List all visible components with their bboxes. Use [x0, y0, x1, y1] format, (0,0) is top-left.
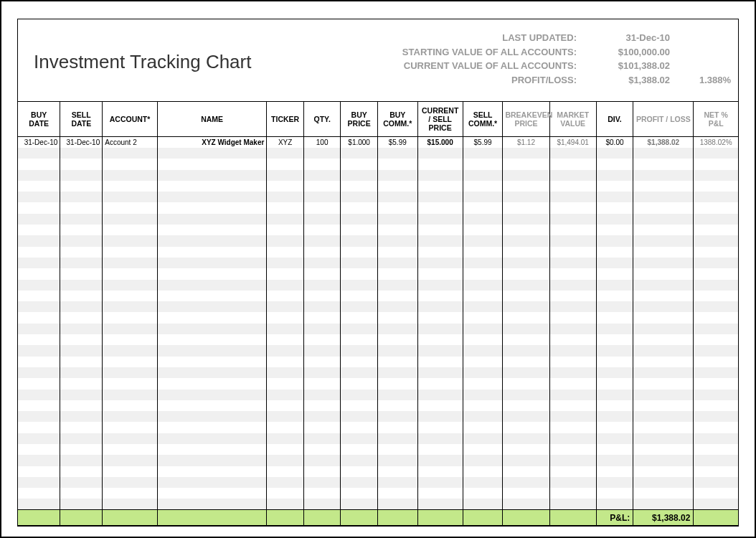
- cell-net_pct_pl[interactable]: [694, 280, 738, 291]
- cell-current_sell_price[interactable]: [417, 390, 463, 400]
- cell-buy_price[interactable]: [341, 422, 378, 433]
- cell-current_sell_price[interactable]: [417, 235, 463, 246]
- cell-net_pct_pl[interactable]: [694, 433, 738, 444]
- cell-profit_loss[interactable]: [633, 202, 694, 213]
- cell-buy_date[interactable]: [18, 378, 60, 389]
- cell-account[interactable]: [103, 411, 158, 422]
- cell-buy_price[interactable]: [341, 433, 378, 444]
- cell-buy_date[interactable]: [18, 280, 60, 291]
- cell-name[interactable]: [157, 477, 266, 488]
- cell-breakeven_price[interactable]: [503, 455, 549, 466]
- cell-ticker[interactable]: [267, 411, 304, 422]
- cell-sell_date[interactable]: [60, 390, 103, 400]
- cell-name[interactable]: [157, 268, 266, 279]
- cell-ticker[interactable]: XYZ: [267, 137, 304, 148]
- table-row[interactable]: [18, 357, 738, 367]
- cell-sell_date[interactable]: [60, 148, 103, 159]
- cell-ticker[interactable]: [267, 247, 304, 258]
- cell-ticker[interactable]: [267, 258, 304, 268]
- cell-name[interactable]: [157, 488, 266, 499]
- cell-profit_loss[interactable]: [633, 324, 694, 334]
- cell-account[interactable]: [103, 477, 158, 488]
- table-row[interactable]: [18, 235, 738, 246]
- cell-qty[interactable]: [303, 181, 341, 192]
- cell-buy_comm[interactable]: [377, 400, 417, 411]
- cell-ticker[interactable]: [267, 181, 304, 192]
- cell-sell_date[interactable]: [60, 324, 103, 334]
- cell-account[interactable]: [103, 312, 158, 323]
- table-row[interactable]: [18, 455, 738, 466]
- cell-profit_loss[interactable]: [633, 411, 694, 422]
- cell-qty[interactable]: [303, 357, 341, 367]
- cell-buy_date[interactable]: [18, 345, 60, 356]
- cell-current_sell_price[interactable]: [417, 301, 463, 312]
- cell-market_value[interactable]: [549, 488, 596, 499]
- cell-buy_price[interactable]: [341, 170, 378, 181]
- table-row[interactable]: [18, 444, 738, 455]
- cell-breakeven_price[interactable]: [503, 291, 549, 301]
- cell-breakeven_price[interactable]: [503, 334, 549, 345]
- cell-market_value[interactable]: [549, 247, 596, 258]
- cell-account[interactable]: [103, 225, 158, 235]
- table-row[interactable]: [18, 378, 738, 389]
- cell-account[interactable]: [103, 466, 158, 477]
- cell-div[interactable]: [596, 455, 633, 466]
- table-row[interactable]: [18, 247, 738, 258]
- cell-account[interactable]: [103, 247, 158, 258]
- cell-current_sell_price[interactable]: [417, 148, 463, 159]
- cell-div[interactable]: $0.00: [596, 137, 633, 148]
- cell-ticker[interactable]: [267, 301, 304, 312]
- cell-current_sell_price[interactable]: [417, 455, 463, 466]
- cell-sell_date[interactable]: [60, 235, 103, 246]
- cell-div[interactable]: [596, 345, 633, 356]
- table-row[interactable]: [18, 148, 738, 159]
- cell-sell_date[interactable]: [60, 280, 103, 291]
- cell-div[interactable]: [596, 148, 633, 159]
- cell-account[interactable]: [103, 444, 158, 455]
- cell-sell_comm[interactable]: [463, 312, 503, 323]
- cell-buy_price[interactable]: [341, 202, 378, 213]
- cell-sell_date[interactable]: [60, 400, 103, 411]
- table-row[interactable]: [18, 367, 738, 378]
- cell-account[interactable]: [103, 324, 158, 334]
- cell-ticker[interactable]: [267, 214, 304, 225]
- cell-market_value[interactable]: [549, 225, 596, 235]
- cell-ticker[interactable]: [267, 390, 304, 400]
- cell-ticker[interactable]: [267, 192, 304, 202]
- cell-breakeven_price[interactable]: [503, 258, 549, 268]
- cell-name[interactable]: [157, 291, 266, 301]
- table-row[interactable]: [18, 301, 738, 312]
- cell-sell_date[interactable]: [60, 247, 103, 258]
- cell-sell_date[interactable]: [60, 159, 103, 169]
- cell-market_value[interactable]: [549, 324, 596, 334]
- cell-qty[interactable]: [303, 301, 341, 312]
- cell-net_pct_pl[interactable]: [694, 488, 738, 499]
- cell-account[interactable]: [103, 181, 158, 192]
- cell-div[interactable]: [596, 225, 633, 235]
- cell-buy_date[interactable]: [18, 258, 60, 268]
- cell-profit_loss[interactable]: [633, 192, 694, 202]
- cell-qty[interactable]: [303, 488, 341, 499]
- cell-sell_date[interactable]: 31-Dec-10: [60, 137, 103, 148]
- cell-buy_comm[interactable]: [377, 280, 417, 291]
- cell-ticker[interactable]: [267, 455, 304, 466]
- cell-breakeven_price[interactable]: [503, 345, 549, 356]
- cell-ticker[interactable]: [267, 170, 304, 181]
- cell-ticker[interactable]: [267, 367, 304, 378]
- cell-buy_date[interactable]: [18, 214, 60, 225]
- cell-qty[interactable]: [303, 148, 341, 159]
- cell-sell_comm[interactable]: [463, 235, 503, 246]
- table-row[interactable]: 31-Dec-1031-Dec-10Account 2XYZ Widget Ma…: [18, 137, 738, 148]
- cell-sell_comm[interactable]: [463, 499, 503, 509]
- cell-name[interactable]: [157, 466, 266, 477]
- cell-net_pct_pl[interactable]: [694, 258, 738, 268]
- cell-buy_price[interactable]: [341, 400, 378, 411]
- cell-account[interactable]: [103, 258, 158, 268]
- cell-net_pct_pl[interactable]: [694, 159, 738, 169]
- cell-net_pct_pl[interactable]: [694, 390, 738, 400]
- cell-net_pct_pl[interactable]: [694, 214, 738, 225]
- cell-sell_comm[interactable]: [463, 390, 503, 400]
- cell-name[interactable]: [157, 411, 266, 422]
- cell-buy_comm[interactable]: [377, 324, 417, 334]
- cell-sell_date[interactable]: [60, 411, 103, 422]
